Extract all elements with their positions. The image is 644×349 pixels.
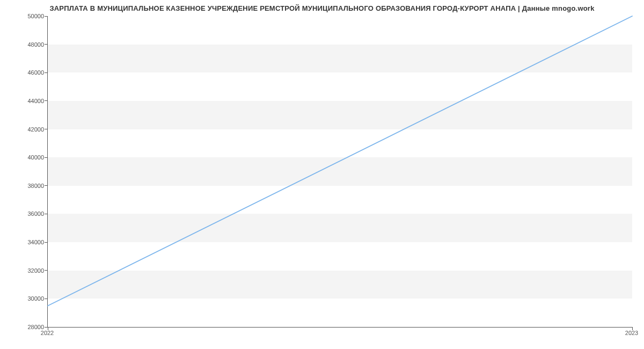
y-axis-label: 48000	[6, 41, 44, 48]
y-axis-label: 28000	[6, 324, 44, 330]
x-axis-label: 2022	[41, 330, 54, 336]
chart-title: ЗАРПЛАТА В МУНИЦИПАЛЬНОЕ КАЗЕННОЕ УЧРЕЖД…	[0, 4, 644, 12]
y-tick	[45, 129, 48, 129]
y-axis-label: 40000	[6, 154, 44, 161]
y-axis-label: 38000	[6, 183, 44, 189]
y-tick	[45, 16, 48, 17]
line-layer	[48, 16, 632, 327]
y-tick	[45, 185, 48, 186]
chart-container: ЗАРПЛАТА В МУНИЦИПАЛЬНОЕ КАЗЕННОЕ УЧРЕЖД…	[0, 0, 644, 349]
y-tick	[45, 270, 48, 271]
y-tick	[45, 100, 48, 101]
x-axis-label: 2023	[625, 330, 638, 336]
y-axis-label: 34000	[6, 239, 44, 245]
y-tick	[45, 299, 48, 299]
y-axis-label: 32000	[6, 267, 44, 274]
y-tick	[45, 44, 48, 45]
y-tick	[45, 242, 48, 243]
y-tick	[45, 157, 48, 158]
y-axis-label: 46000	[6, 69, 44, 76]
series-line	[48, 16, 632, 306]
y-axis-label: 36000	[6, 210, 44, 217]
y-axis-label: 42000	[6, 126, 44, 133]
y-axis-label: 50000	[6, 13, 44, 19]
plot-area	[47, 16, 632, 328]
y-tick	[45, 72, 48, 73]
y-tick	[45, 214, 48, 214]
y-axis-label: 30000	[6, 295, 44, 302]
y-axis-label: 44000	[6, 98, 44, 104]
